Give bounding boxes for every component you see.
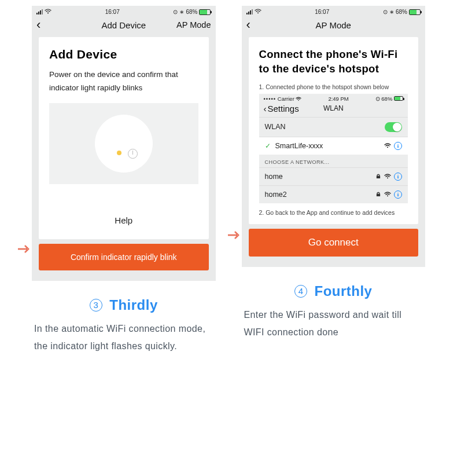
status-time: 16:07 — [315, 9, 329, 15]
svg-point-4 — [387, 177, 388, 178]
svg-point-2 — [298, 100, 300, 101]
step-number: 3 — [90, 299, 102, 312]
nav-bar: ‹ Add Device AP Mode — [32, 16, 216, 37]
network-name: home2 — [265, 191, 376, 199]
checkmark-icon: ✓ — [265, 142, 271, 150]
selected-network-name: SmartLife-xxxx — [275, 142, 385, 150]
step-description: Enter the WiFi password and wait till WI… — [242, 306, 426, 342]
step-description: In the automatic WiFi connection mode, t… — [32, 320, 216, 356]
callout-arrow-icon — [227, 229, 243, 241]
battery-pct: 68% — [396, 9, 407, 15]
content-card: Add Device Power on the device and confi… — [39, 37, 209, 239]
alarm-icon: ⊙ — [173, 9, 178, 15]
selected-network-row[interactable]: ✓ SmartLife-xxxx i — [259, 137, 408, 155]
phone-mock-right: 16:07 ⊙ ∗ 68% ‹ AP Mode Connect the phon… — [242, 6, 426, 267]
svg-point-5 — [387, 195, 388, 196]
inner-nav-title: WLAN — [259, 104, 408, 112]
step-4-column: 16:07 ⊙ ∗ 68% ‹ AP Mode Connect the phon… — [242, 6, 426, 470]
battery-icon — [409, 9, 421, 15]
lock-icon: 🔒︎ — [375, 191, 381, 197]
nav-bar: ‹ AP Mode — [242, 16, 426, 37]
status-bar: 16:07 ⊙ ∗ 68% — [242, 6, 426, 16]
inner-status-bar: ••••• Carrier 2:49 PM ⊙ 68% — [259, 94, 408, 102]
content-card: Connect the phone's Wi-Fi to the device'… — [249, 37, 419, 224]
callout-arrow-icon — [17, 243, 33, 255]
network-row[interactable]: home2 🔒︎ i — [259, 185, 408, 203]
wifi-settings-screenshot: ••••• Carrier 2:49 PM ⊙ 68% ‹Settings WL… — [259, 94, 408, 203]
status-bar: 16:07 ⊙ ∗ 68% — [32, 6, 216, 16]
indicator-light-icon — [117, 151, 121, 155]
phone-mock-left: 16:07 ⊙ ∗ 68% ‹ Add Device AP Mode Add D… — [32, 6, 216, 281]
carrier-label: Carrier — [278, 96, 294, 102]
wlan-toggle[interactable] — [385, 122, 402, 132]
battery-icon — [199, 9, 211, 15]
bluetooth-icon: ∗ — [179, 9, 184, 15]
alarm-icon: ⊙ — [383, 9, 388, 15]
inner-battery-pct: 68% — [381, 96, 392, 102]
help-link[interactable]: Help — [49, 195, 198, 235]
nav-title: AP Mode — [242, 20, 426, 30]
power-icon — [128, 149, 138, 159]
step-caption: 4 Fourthly — [242, 283, 426, 299]
step-number: 4 — [294, 285, 307, 298]
info-icon[interactable]: i — [394, 142, 402, 150]
ap-mode-button[interactable]: AP Mode — [176, 20, 211, 30]
card-title: Connect the phone's Wi-Fi to the device'… — [259, 47, 408, 76]
inner-nav: ‹Settings WLAN — [259, 102, 408, 117]
svg-point-0 — [47, 12, 49, 13]
svg-point-3 — [387, 147, 388, 148]
step-word: Thirdly — [109, 297, 158, 313]
signal-icon — [246, 9, 253, 14]
status-time: 16:07 — [105, 9, 120, 15]
wlan-toggle-row[interactable]: WLAN — [259, 117, 408, 137]
network-name: home — [265, 173, 376, 181]
wifi-icon — [255, 9, 261, 15]
card-title: Add Device — [49, 47, 198, 61]
choose-network-label: CHOOSE A NETWORK... — [259, 155, 408, 167]
step-1-text: 1. Connected phone to the hotspot shown … — [259, 83, 408, 90]
step-3-column: 16:07 ⊙ ∗ 68% ‹ Add Device AP Mode Add D… — [32, 6, 216, 470]
inner-time: 2:49 PM — [328, 96, 348, 102]
bluetooth-icon: ∗ — [389, 9, 394, 15]
info-icon[interactable]: i — [394, 173, 402, 181]
step-word: Fourthly — [314, 283, 372, 299]
svg-point-1 — [257, 12, 259, 13]
go-connect-button[interactable]: Go connect — [249, 229, 419, 257]
wifi-icon — [45, 9, 51, 15]
wifi-signal-icon — [384, 173, 391, 180]
lock-icon: 🔒︎ — [375, 173, 381, 180]
device-illustration — [49, 103, 198, 184]
wlan-label: WLAN — [265, 123, 385, 131]
info-icon[interactable]: i — [394, 191, 402, 199]
step-caption: 3 Thirdly — [32, 297, 216, 313]
card-desc: Power on the device and confirm that ind… — [49, 68, 198, 95]
confirm-button[interactable]: Confirm indicator rapidly blink — [39, 244, 209, 270]
network-row[interactable]: home 🔒︎ i — [259, 167, 408, 185]
step-2-text: 2. Go back to the App and continue to ad… — [259, 209, 408, 216]
wifi-signal-icon — [384, 191, 391, 198]
wifi-signal-icon — [384, 142, 391, 149]
battery-pct: 68% — [186, 9, 197, 15]
signal-icon — [36, 9, 43, 14]
